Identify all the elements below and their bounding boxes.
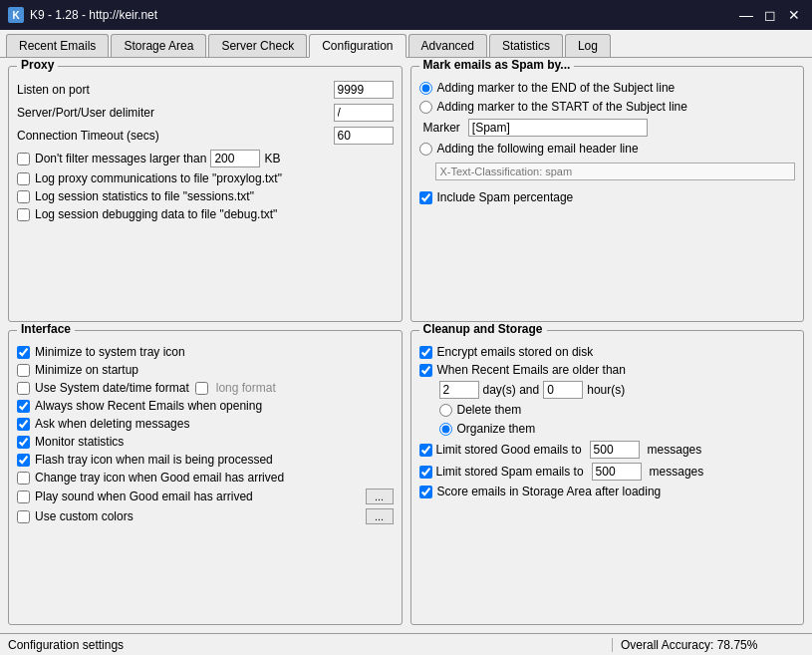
days-input[interactable] [439, 381, 479, 399]
iface-cb7[interactable] [17, 454, 30, 467]
close-button[interactable]: ✕ [784, 5, 804, 25]
spam-radio2-label: Adding marker to the START of the Subjec… [437, 100, 687, 114]
spam-radio3[interactable] [419, 143, 432, 156]
marker-row: Marker [419, 119, 796, 137]
tab-advanced[interactable]: Advanced [408, 34, 487, 57]
good-messages-label: messages [648, 443, 702, 457]
iface-cb1[interactable] [17, 346, 30, 359]
iface-label5: Ask when deleting messages [35, 417, 189, 431]
iface-label3b: long format [216, 381, 276, 395]
spam-title: Mark emails as Spam by... [419, 58, 575, 72]
spam-messages-label: messages [650, 465, 704, 479]
include-spam-checkbox[interactable] [419, 191, 432, 204]
log3-label: Log session debugging data to file "debu… [35, 207, 277, 221]
tab-configuration[interactable]: Configuration [309, 34, 406, 58]
encrypt-label: Encrypt emails stored on disk [437, 345, 594, 359]
recent-checkbox[interactable] [419, 364, 432, 377]
listen-port-label: Listen on port [17, 83, 334, 97]
spam-radio1-row: Adding marker to the END of the Subject … [419, 81, 796, 95]
log1-checkbox[interactable] [17, 172, 30, 185]
delete-row: Delete them [419, 403, 796, 417]
delete-label: Delete them [457, 403, 522, 417]
iface-label1: Minimize to system tray icon [35, 345, 185, 359]
tab-log[interactable]: Log [565, 34, 611, 57]
tab-statistics[interactable]: Statistics [489, 34, 563, 57]
spam-limit-input[interactable] [592, 463, 642, 481]
tab-recent-emails[interactable]: Recent Emails [6, 34, 109, 57]
encrypt-row: Encrypt emails stored on disk [419, 345, 796, 359]
limit-spam-checkbox[interactable] [419, 466, 432, 479]
maximize-button[interactable]: ◻ [760, 5, 780, 25]
delimiter-row: Server/Port/User delimiter [17, 104, 394, 122]
status-left: Configuration settings [0, 638, 613, 652]
iface-cb3b[interactable] [195, 382, 208, 395]
limit-good-label: Limit stored Good emails to [436, 443, 582, 457]
iface-item9: Play sound when Good email has arrived .… [17, 489, 394, 504]
log1-label: Log proxy communications to file "proxyl… [35, 171, 282, 185]
recent-label: When Recent Emails are older than [437, 363, 626, 377]
spam-radio3-row: Adding the following email header line [419, 142, 796, 156]
days-hours-row: day(s) and hour(s) [419, 381, 796, 399]
score-label: Score emails in Storage Area after loadi… [437, 485, 662, 498]
iface-item2: Minimize on startup [17, 363, 394, 377]
status-bar: Configuration settings Overall Accuracy:… [0, 633, 812, 655]
iface-item6: Monitor statistics [17, 435, 394, 449]
spam-radio2-row: Adding marker to the START of the Subjec… [419, 100, 796, 114]
iface-cb4[interactable] [17, 400, 30, 413]
organize-radio[interactable] [439, 423, 452, 436]
status-right: Overall Accuracy: 78.75% [613, 638, 812, 652]
marker-input[interactable] [468, 119, 648, 137]
spam-radio1[interactable] [419, 82, 432, 95]
iface-label7: Flash tray icon when mail is being proce… [35, 453, 273, 467]
listen-port-row: Listen on port [17, 81, 394, 99]
colors-browse-button[interactable]: ... [366, 508, 394, 524]
limit-good-checkbox[interactable] [419, 444, 432, 457]
tab-storage-area[interactable]: Storage Area [111, 34, 206, 57]
organize-label: Organize them [457, 422, 536, 436]
filter-input[interactable] [210, 150, 260, 167]
log2-row: Log session statistics to file "sessions… [17, 189, 394, 203]
iface-item7: Flash tray icon when mail is being proce… [17, 453, 394, 467]
iface-cb3[interactable] [17, 382, 30, 395]
title-bar-title: K9 - 1.28 - http://keir.net [30, 8, 157, 22]
good-limit-input[interactable] [590, 441, 640, 459]
iface-cb6[interactable] [17, 436, 30, 449]
iface-cb2[interactable] [17, 364, 30, 377]
tab-server-check[interactable]: Server Check [208, 34, 307, 57]
spam-radio2[interactable] [419, 101, 432, 114]
spam-radio1-label: Adding marker to the END of the Subject … [437, 81, 676, 95]
include-spam-label: Include Spam percentage [437, 190, 574, 204]
iface-item8: Change tray icon when Good email has arr… [17, 471, 394, 485]
title-bar-controls: — ◻ ✕ [736, 5, 804, 25]
filter-checkbox[interactable] [17, 153, 30, 165]
timeout-input[interactable] [334, 127, 394, 145]
log2-checkbox[interactable] [17, 190, 30, 203]
encrypt-checkbox[interactable] [419, 346, 432, 359]
sound-browse-button[interactable]: ... [366, 489, 394, 504]
delimiter-label: Server/Port/User delimiter [17, 106, 334, 120]
limit-spam-label: Limit stored Spam emails to [436, 465, 584, 479]
cleanup-group: Cleanup and Storage Encrypt emails store… [410, 330, 805, 625]
log3-checkbox[interactable] [17, 208, 30, 221]
iface-cb8[interactable] [17, 472, 30, 485]
iface-cb10[interactable] [17, 510, 30, 523]
iface-cb5[interactable] [17, 418, 30, 431]
hours-input[interactable] [543, 381, 583, 399]
listen-port-input[interactable] [334, 81, 394, 99]
timeout-label: Connection Timeout (secs) [17, 129, 334, 143]
iface-cb9[interactable] [17, 491, 30, 503]
minimize-button[interactable]: — [736, 5, 756, 25]
limit-good-row: Limit stored Good emails to messages [419, 441, 796, 459]
content-area: Proxy Listen on port Server/Port/User de… [0, 58, 812, 633]
filter-row: Don't filter messages larger than KB [17, 150, 394, 167]
log2-label: Log session statistics to file "sessions… [35, 189, 254, 203]
title-bar-left: K K9 - 1.28 - http://keir.net [8, 7, 157, 23]
header-input[interactable] [435, 163, 796, 180]
score-row: Score emails in Storage Area after loadi… [419, 485, 796, 498]
recent-older-row: When Recent Emails are older than [419, 363, 796, 377]
score-checkbox[interactable] [419, 486, 432, 498]
iface-label10: Use custom colors [35, 509, 134, 523]
delimiter-input[interactable] [334, 104, 394, 122]
delete-radio[interactable] [439, 404, 452, 417]
iface-label2: Minimize on startup [35, 363, 138, 377]
